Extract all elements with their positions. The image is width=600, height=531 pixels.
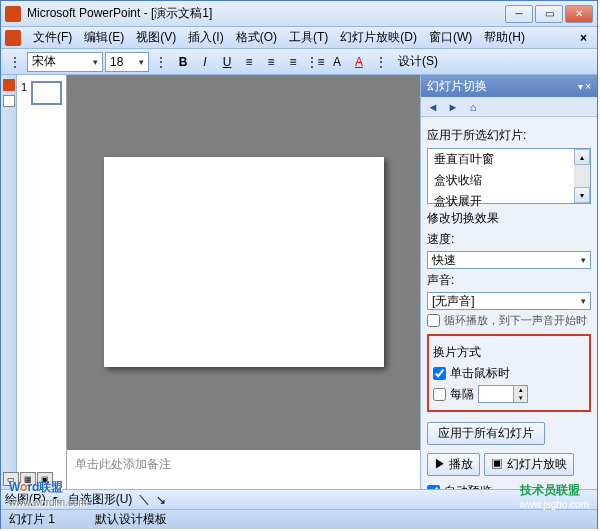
tab-strip	[1, 75, 17, 489]
apply-to-label: 应用于所选幻灯片:	[427, 127, 591, 144]
menu-insert[interactable]: 插入(I)	[182, 29, 229, 46]
menu-file[interactable]: 文件(F)	[27, 29, 78, 46]
titlebar: Microsoft PowerPoint - [演示文稿1] ─ ▭ ✕	[1, 1, 597, 27]
bullets-button[interactable]: ⋮≡	[305, 52, 325, 72]
doc-close-button[interactable]: ×	[574, 31, 593, 45]
dropdown-arrow-icon: ▾	[139, 57, 144, 67]
menu-format[interactable]: 格式(O)	[230, 29, 283, 46]
canvas-area: 单击此处添加备注	[67, 75, 420, 489]
menu-edit[interactable]: 编辑(E)	[78, 29, 130, 46]
font-color-button[interactable]: A	[349, 52, 369, 72]
every-checkbox[interactable]	[433, 388, 446, 401]
design-label: 设计(S)	[398, 53, 438, 70]
doc-icon	[5, 30, 21, 46]
auto-preview-checkbox[interactable]	[427, 485, 440, 489]
notes-pane[interactable]: 单击此处添加备注	[67, 449, 420, 489]
menu-window[interactable]: 窗口(W)	[423, 29, 478, 46]
play-button[interactable]: ▶ 播放	[427, 453, 480, 476]
menubar: 文件(F) 编辑(E) 视图(V) 插入(I) 格式(O) 工具(T) 幻灯片放…	[1, 27, 597, 49]
list-item[interactable]: 盒状展开	[428, 191, 590, 212]
transition-list[interactable]: 垂直百叶窗 盒状收缩 盒状展开 ▴ ▾	[427, 148, 591, 204]
taskpane-title: 幻灯片切换	[427, 78, 487, 95]
nav-fwd-icon[interactable]: ►	[445, 99, 461, 115]
app-icon	[5, 6, 21, 22]
maximize-button[interactable]: ▭	[535, 5, 563, 23]
template-indicator: 默认设计模板	[95, 511, 167, 528]
toolbar-more-icon[interactable]: ⋮	[151, 52, 171, 72]
drawing-toolbar: 绘图(R) ↖ 自选图形(U) ＼ ↘	[1, 489, 597, 509]
highlight-box: 换片方式 单击鼠标时 每隔 ▴▾	[427, 334, 591, 412]
loop-label: 循环播放，到下一声音开始时	[444, 313, 587, 328]
nav-home-icon[interactable]: ⌂	[465, 99, 481, 115]
list-item[interactable]: 垂直百叶窗	[428, 149, 590, 170]
interval-spinner[interactable]: ▴▾	[478, 385, 528, 403]
bold-button[interactable]: B	[173, 52, 193, 72]
every-label: 每隔	[450, 386, 474, 403]
task-pane: 幻灯片切换 ▾× ◄ ► ⌂ 应用于所选幻灯片: 垂直百叶窗 盒状收缩 盒状展开…	[420, 75, 597, 489]
menu-view[interactable]: 视图(V)	[130, 29, 182, 46]
menu-help[interactable]: 帮助(H)	[478, 29, 531, 46]
slides-tab-icon[interactable]	[3, 79, 15, 91]
spin-down-icon[interactable]: ▾	[513, 394, 527, 402]
scroll-down-icon[interactable]: ▾	[574, 187, 590, 203]
watermark-wordlm: Word联盟www.wordlm.com	[9, 471, 87, 508]
thumb-number: 1	[21, 81, 27, 105]
slide-thumbnails: 1	[17, 75, 67, 489]
auto-preview-label: 自动预览	[444, 483, 492, 489]
advance-label: 换片方式	[433, 344, 585, 361]
italic-button[interactable]: I	[195, 52, 215, 72]
dropdown-arrow-icon: ▾	[581, 255, 586, 265]
speed-label: 速度:	[427, 231, 459, 248]
scroll-up-icon[interactable]: ▴	[574, 149, 590, 165]
line-icon[interactable]: ＼	[138, 491, 150, 508]
taskpane-header: 幻灯片切换 ▾×	[421, 75, 597, 97]
sound-combo[interactable]: [无声音]▾	[427, 292, 591, 310]
arrow-icon[interactable]: ↘	[156, 493, 166, 507]
slide-thumb-1[interactable]	[31, 81, 62, 105]
dropdown-arrow-icon: ▾	[581, 296, 586, 306]
window-title: Microsoft PowerPoint - [演示文稿1]	[27, 5, 505, 22]
sound-label: 声音:	[427, 272, 459, 289]
watermark-jsgho: 技术员联盟www.jsgho.com	[520, 476, 589, 510]
menu-slideshow[interactable]: 幻灯片放映(D)	[334, 29, 423, 46]
dropdown-arrow-icon: ▾	[93, 57, 98, 67]
slideshow-button[interactable]: ▣ 幻灯片放映	[484, 453, 573, 476]
close-button[interactable]: ✕	[565, 5, 593, 23]
outline-tab-icon[interactable]	[3, 95, 15, 107]
toolbar-more2-icon[interactable]: ⋮	[371, 52, 391, 72]
nav-back-icon[interactable]: ◄	[425, 99, 441, 115]
apply-all-button[interactable]: 应用于所有幻灯片	[427, 422, 545, 445]
menu-tools[interactable]: 工具(T)	[283, 29, 334, 46]
font-increase-button[interactable]: A	[327, 52, 347, 72]
loop-checkbox[interactable]	[427, 314, 440, 327]
slide-canvas[interactable]	[104, 157, 384, 367]
font-combo[interactable]: 宋体▾	[27, 52, 103, 72]
taskpane-close-icon[interactable]: ×	[585, 81, 591, 92]
formatting-toolbar: ⋮ 宋体▾ 18▾ ⋮ B I U ≡ ≡ ≡ ⋮≡ A A ⋮ 设计(S)	[1, 49, 597, 75]
on-click-label: 单击鼠标时	[450, 365, 510, 382]
underline-button[interactable]: U	[217, 52, 237, 72]
font-size: 18	[110, 55, 123, 69]
taskpane-nav: ◄ ► ⌂	[421, 97, 597, 117]
slide-indicator: 幻灯片 1	[9, 511, 55, 528]
taskpane-menu-icon[interactable]: ▾	[578, 81, 583, 92]
align-center-button[interactable]: ≡	[261, 52, 281, 72]
list-item[interactable]: 盒状收缩	[428, 170, 590, 191]
align-left-button[interactable]: ≡	[239, 52, 259, 72]
speed-combo[interactable]: 快速▾	[427, 251, 591, 269]
on-click-checkbox[interactable]	[433, 367, 446, 380]
statusbar: 幻灯片 1 默认设计模板	[1, 509, 597, 529]
font-size-combo[interactable]: 18▾	[105, 52, 149, 72]
scrollbar[interactable]: ▴ ▾	[574, 149, 590, 203]
align-right-button[interactable]: ≡	[283, 52, 303, 72]
speed-value: 快速	[432, 252, 456, 269]
modify-label: 修改切换效果	[427, 210, 591, 227]
slideshow-btn-label: 幻灯片放映	[507, 457, 567, 471]
toolbar-handle-icon: ⋮	[5, 52, 25, 72]
sound-value: [无声音]	[432, 293, 475, 310]
font-name: 宋体	[32, 53, 56, 70]
spin-up-icon[interactable]: ▴	[513, 386, 527, 394]
design-button[interactable]: 设计(S)	[393, 52, 443, 72]
minimize-button[interactable]: ─	[505, 5, 533, 23]
